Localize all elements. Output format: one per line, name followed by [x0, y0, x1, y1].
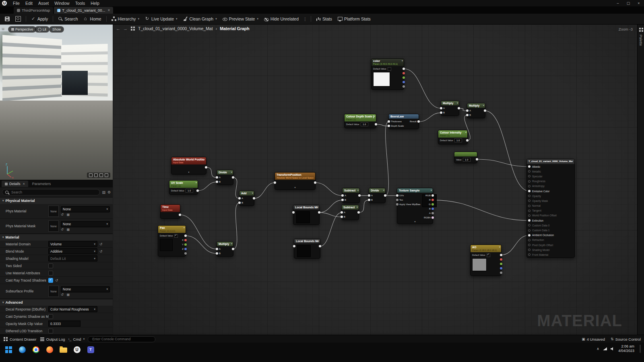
show-desktop-button[interactable] [640, 345, 641, 353]
material-input-anisotropy[interactable]: Anisotropy [527, 184, 574, 189]
asset-dropdown[interactable]: None▾ [61, 286, 110, 292]
toolbar-preview-state-button[interactable]: Preview State▾ [220, 15, 261, 23]
output-pin[interactable] [179, 213, 181, 216]
input-pin[interactable]: B [216, 180, 221, 183]
output-pin[interactable] [232, 176, 234, 179]
field-checkbox[interactable] [388, 67, 391, 71]
checkbox[interactable] [48, 329, 53, 333]
output-pin[interactable]: B [429, 207, 434, 210]
output-pin[interactable]: A [429, 212, 434, 215]
output-pin[interactable]: RGBA [424, 216, 434, 219]
output-pin[interactable] [500, 271, 502, 274]
material-input-tangent[interactable]: Tangent [527, 208, 574, 213]
menu-edit[interactable]: Edit [23, 0, 35, 6]
node-local-bounds-max[interactable]: Local Bounds Max▾ [294, 239, 320, 259]
reset-to-default-icon[interactable]: ↺ [99, 242, 103, 246]
graph-overview-icon[interactable] [130, 26, 135, 31]
input-pin[interactable]: Tex [396, 198, 403, 202]
output-pin[interactable]: Y [182, 243, 187, 246]
toolbar-home-button[interactable]: Home [81, 15, 104, 23]
menu-file[interactable]: File [10, 0, 23, 6]
show-button[interactable]: Show [49, 26, 64, 33]
input-pin[interactable]: B [368, 198, 373, 202]
input-pin[interactable]: A [341, 211, 345, 214]
tab-details[interactable]: Details × [2, 181, 28, 187]
asset-thumbnail[interactable]: None [48, 286, 59, 297]
viewport-tool-icon[interactable] [99, 173, 103, 177]
material-input-custom-data-1[interactable]: Custom Data 1 [527, 228, 574, 232]
taskbar-teams-app[interactable]: T [85, 344, 96, 355]
asset-dropdown[interactable]: None▾ [61, 206, 110, 212]
maximize-button[interactable]: ▢ [623, 0, 634, 6]
output-pin[interactable]: G [429, 203, 434, 206]
toolbar-stats-button[interactable]: Stats [314, 15, 334, 23]
input-pin[interactable]: B [466, 113, 471, 117]
input-pin[interactable]: A [440, 107, 445, 110]
section-header[interactable]: Advanced [0, 299, 113, 306]
node-divide-1[interactable]: Divide▾AB [217, 170, 233, 185]
tab-thirdpersonmap[interactable]: ThirdPersonMap [14, 7, 53, 14]
material-input-pixel-depth-offset[interactable]: Pixel Depth Offset [527, 243, 574, 247]
output-pin[interactable] [319, 245, 321, 248]
node-time[interactable]: TimeInput Data [160, 204, 180, 219]
output-pin[interactable] [384, 194, 386, 197]
input-pin[interactable]: B [216, 252, 221, 255]
output-pin[interactable] [500, 253, 502, 257]
output-pin[interactable] [314, 181, 316, 184]
input-pin[interactable]: B [341, 198, 346, 202]
asset-thumbnail[interactable]: None [48, 206, 59, 217]
taskbar-firefox-browser[interactable] [44, 344, 55, 355]
input-pin[interactable]: Thickness [388, 120, 402, 123]
material-input-shading-model[interactable]: Shading Model [527, 247, 574, 252]
settings-gear-icon[interactable]: ⚙ [107, 190, 111, 194]
palette-sidebar-tab[interactable]: Palette [637, 24, 644, 338]
input-pin[interactable]: A [341, 194, 346, 197]
browse-to-asset-icon[interactable]: ▦ [67, 228, 70, 231]
input-pin[interactable]: A [216, 247, 221, 251]
output-pin[interactable]: Result [410, 120, 420, 123]
field-checkbox[interactable] [487, 253, 490, 257]
node-value-param[interactable]: Value1.0 [454, 152, 477, 163]
output-pin[interactable] [484, 109, 486, 112]
reset-to-default-icon[interactable]: ↺ [99, 249, 103, 253]
node-color[interactable]: colorParam (0.43,0.43,0.43,1)▾Default Va… [371, 58, 404, 90]
lit-mode-button[interactable]: Lit [35, 26, 50, 33]
kebab-menu-icon[interactable]: ⋮ [302, 17, 308, 21]
material-input-world-position-offset[interactable]: World Position Offset [527, 213, 574, 218]
output-pin[interactable] [184, 234, 187, 237]
value-input[interactable]: 0.3333 [48, 321, 80, 327]
node-uv-scale[interactable]: UV ScaleParam (1)▾Default Value1.0 [169, 180, 198, 195]
material-input-front-material[interactable]: Front Material [527, 252, 574, 257]
output-pin[interactable] [402, 85, 405, 88]
toolbar-apply-button[interactable]: Apply [29, 15, 50, 23]
material-input-custom-data-0[interactable]: Custom Data 0 [527, 223, 574, 228]
expand-chevron-icon[interactable]: ▾ [397, 220, 433, 224]
dropdown-field[interactable]: Default Lit▾ [48, 255, 97, 261]
material-input-opacity[interactable]: Opacity [527, 193, 574, 198]
tab-material-asset[interactable]: T_cloud_01_variant_00...× [54, 7, 113, 14]
material-input-emissive-color[interactable]: Emissive Color [527, 189, 574, 193]
field-value[interactable]: 1.0 [463, 158, 471, 162]
taskbar-start-button[interactable] [3, 344, 14, 355]
input-pin[interactable]: B [341, 215, 345, 218]
asset-thumbnail[interactable]: None [48, 220, 59, 232]
node-texture-sample[interactable]: Texture Sample▾UVsTexApply View MipBiasR… [397, 188, 433, 224]
taskbar-file-explorer[interactable] [58, 344, 68, 355]
output-pin[interactable] [205, 166, 207, 169]
close-button[interactable]: × [634, 0, 644, 6]
output-pin[interactable] [357, 211, 360, 214]
output-pin[interactable] [402, 76, 405, 79]
menu-tools[interactable]: Tools [72, 0, 88, 6]
toolbar-search-button[interactable]: Search [56, 15, 80, 23]
checkbox[interactable] [48, 278, 53, 283]
toolbar-platform-stats-button[interactable]: Platform Stats [335, 15, 373, 23]
dropdown-field[interactable]: Volume▾ [48, 241, 97, 247]
output-pin[interactable] [358, 194, 361, 197]
input-pin[interactable]: A [238, 197, 243, 200]
node-colour-intensity[interactable]: Colour IntensityParam (1)▾Default Value1… [438, 130, 468, 144]
taskbar-clock[interactable]: 2:06 am 4/04/2023 [618, 344, 634, 354]
asset-dropdown[interactable]: None▾ [61, 221, 110, 227]
output-pin[interactable]: Z [182, 247, 187, 251]
input-pin[interactable]: Apply View MipBias [396, 203, 421, 206]
source-control-button[interactable]: ⇅ Source Control [611, 336, 641, 342]
